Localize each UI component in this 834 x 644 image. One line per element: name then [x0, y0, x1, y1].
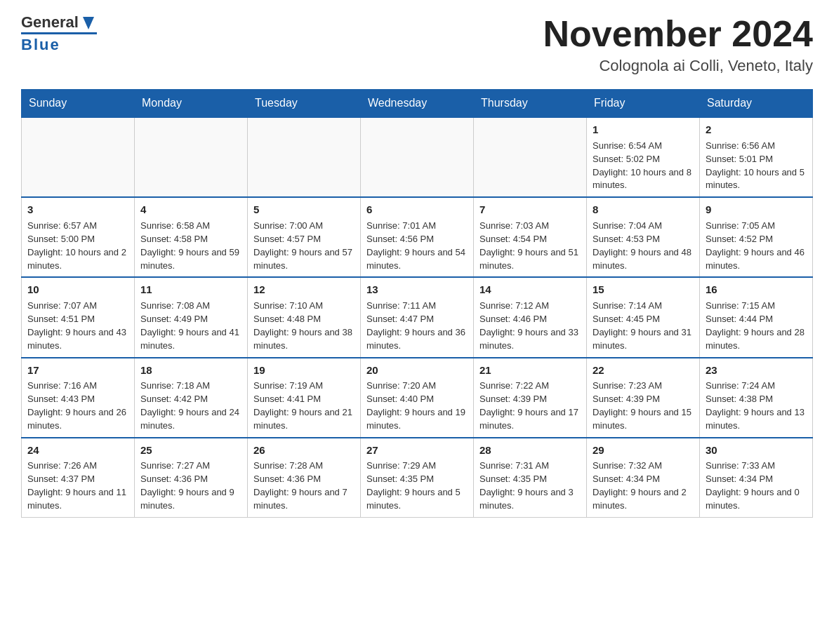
calendar-cell: 22Sunrise: 7:23 AMSunset: 4:39 PMDayligh… — [587, 358, 700, 438]
day-info: Sunset: 4:45 PM — [593, 313, 694, 326]
column-header-tuesday: Tuesday — [248, 90, 361, 118]
day-number: 1 — [593, 122, 694, 137]
day-info: Sunrise: 7:01 AM — [366, 220, 468, 233]
day-info: Sunset: 4:51 PM — [27, 313, 128, 326]
day-number: 9 — [706, 202, 807, 217]
column-header-friday: Friday — [587, 90, 700, 118]
day-number: 20 — [366, 363, 468, 378]
day-number: 16 — [706, 282, 807, 297]
day-info: Sunset: 4:48 PM — [253, 313, 355, 326]
page-header: General Blue November 2024 Colognola ai … — [21, 14, 813, 75]
day-info: Sunset: 4:39 PM — [593, 393, 694, 406]
day-info: Sunrise: 7:27 AM — [140, 459, 241, 473]
day-number: 17 — [27, 363, 128, 378]
day-info: Daylight: 9 hours and 21 minutes. — [253, 406, 355, 433]
day-info: Daylight: 9 hours and 15 minutes. — [593, 406, 694, 433]
column-header-monday: Monday — [135, 90, 248, 118]
day-info: Sunrise: 7:10 AM — [253, 300, 355, 313]
calendar-cell: 11Sunrise: 7:08 AMSunset: 4:49 PMDayligh… — [135, 277, 248, 357]
calendar-cell — [22, 117, 135, 197]
day-number: 18 — [140, 363, 241, 378]
calendar-cell: 28Sunrise: 7:31 AMSunset: 4:35 PMDayligh… — [474, 438, 587, 518]
day-info: Sunset: 4:42 PM — [140, 393, 241, 406]
day-info: Sunrise: 6:57 AM — [27, 220, 128, 233]
calendar-cell: 7Sunrise: 7:03 AMSunset: 4:54 PMDaylight… — [474, 197, 587, 277]
day-info: Sunrise: 7:14 AM — [593, 300, 694, 313]
day-info: Daylight: 9 hours and 17 minutes. — [479, 406, 581, 433]
calendar-cell: 25Sunrise: 7:27 AMSunset: 4:36 PMDayligh… — [135, 438, 248, 518]
logo: General Blue — [21, 14, 97, 54]
day-number: 24 — [27, 443, 128, 458]
day-info: Sunset: 4:44 PM — [706, 313, 807, 326]
day-info: Daylight: 9 hours and 41 minutes. — [140, 326, 241, 353]
calendar-cell: 5Sunrise: 7:00 AMSunset: 4:57 PMDaylight… — [248, 197, 361, 277]
day-info: Sunrise: 7:05 AM — [706, 220, 807, 233]
day-number: 14 — [479, 282, 581, 297]
day-info: Sunrise: 6:58 AM — [140, 220, 241, 233]
day-info: Sunset: 4:39 PM — [479, 393, 581, 406]
week-row-2: 3Sunrise: 6:57 AMSunset: 5:00 PMDaylight… — [22, 197, 813, 277]
day-number: 13 — [366, 282, 468, 297]
column-header-saturday: Saturday — [700, 90, 813, 118]
logo-general: General — [21, 14, 79, 31]
calendar-cell: 17Sunrise: 7:16 AMSunset: 4:43 PMDayligh… — [22, 358, 135, 438]
day-info: Daylight: 9 hours and 7 minutes. — [253, 486, 355, 513]
logo-triangle-icon — [80, 15, 97, 31]
day-number: 4 — [140, 202, 241, 217]
day-info: Daylight: 9 hours and 9 minutes. — [140, 486, 241, 513]
day-info: Sunrise: 7:03 AM — [479, 220, 581, 233]
day-info: Sunrise: 7:23 AM — [593, 380, 694, 393]
day-info: Daylight: 10 hours and 5 minutes. — [706, 166, 807, 193]
day-info: Daylight: 9 hours and 48 minutes. — [593, 246, 694, 273]
calendar-cell: 30Sunrise: 7:33 AMSunset: 4:34 PMDayligh… — [700, 438, 813, 518]
day-info: Daylight: 9 hours and 38 minutes. — [253, 326, 355, 353]
day-info: Sunrise: 6:56 AM — [706, 140, 807, 153]
day-info: Sunset: 4:34 PM — [593, 473, 694, 486]
day-info: Sunset: 4:41 PM — [253, 393, 355, 406]
week-row-3: 10Sunrise: 7:07 AMSunset: 4:51 PMDayligh… — [22, 277, 813, 357]
day-info: Daylight: 9 hours and 19 minutes. — [366, 406, 468, 433]
week-row-1: 1Sunrise: 6:54 AMSunset: 5:02 PMDaylight… — [22, 117, 813, 197]
day-number: 5 — [253, 202, 355, 217]
calendar-cell: 2Sunrise: 6:56 AMSunset: 5:01 PMDaylight… — [700, 117, 813, 197]
calendar-cell: 16Sunrise: 7:15 AMSunset: 4:44 PMDayligh… — [700, 277, 813, 357]
day-info: Sunrise: 7:29 AM — [366, 459, 468, 473]
week-row-5: 24Sunrise: 7:26 AMSunset: 4:37 PMDayligh… — [22, 438, 813, 518]
day-info: Sunset: 4:36 PM — [140, 473, 241, 486]
day-info: Daylight: 9 hours and 33 minutes. — [479, 326, 581, 353]
calendar-cell: 9Sunrise: 7:05 AMSunset: 4:52 PMDaylight… — [700, 197, 813, 277]
day-info: Sunset: 4:36 PM — [253, 473, 355, 486]
day-info: Daylight: 9 hours and 54 minutes. — [366, 246, 468, 273]
calendar-cell: 14Sunrise: 7:12 AMSunset: 4:46 PMDayligh… — [474, 277, 587, 357]
day-number: 10 — [27, 282, 128, 297]
day-info: Sunset: 4:54 PM — [479, 233, 581, 246]
day-info: Sunset: 5:00 PM — [27, 233, 128, 246]
day-info: Daylight: 9 hours and 46 minutes. — [706, 246, 807, 273]
day-info: Sunrise: 7:22 AM — [479, 380, 581, 393]
calendar-cell: 19Sunrise: 7:19 AMSunset: 4:41 PMDayligh… — [248, 358, 361, 438]
day-number: 6 — [366, 202, 468, 217]
day-info: Sunrise: 7:24 AM — [706, 380, 807, 393]
day-info: Sunrise: 7:31 AM — [479, 459, 581, 473]
calendar-cell: 21Sunrise: 7:22 AMSunset: 4:39 PMDayligh… — [474, 358, 587, 438]
calendar-cell: 15Sunrise: 7:14 AMSunset: 4:45 PMDayligh… — [587, 277, 700, 357]
calendar-cell: 3Sunrise: 6:57 AMSunset: 5:00 PMDaylight… — [22, 197, 135, 277]
calendar-cell — [135, 117, 248, 197]
calendar-table: SundayMondayTuesdayWednesdayThursdayFrid… — [21, 89, 813, 518]
day-number: 25 — [140, 443, 241, 458]
month-title: November 2024 — [543, 14, 813, 54]
day-number: 28 — [479, 443, 581, 458]
day-info: Sunrise: 7:12 AM — [479, 300, 581, 313]
day-info: Sunset: 4:35 PM — [366, 473, 468, 486]
day-number: 23 — [706, 363, 807, 378]
day-info: Daylight: 9 hours and 31 minutes. — [593, 326, 694, 353]
day-info: Daylight: 9 hours and 57 minutes. — [253, 246, 355, 273]
day-number: 12 — [253, 282, 355, 297]
day-number: 7 — [479, 202, 581, 217]
calendar-cell: 29Sunrise: 7:32 AMSunset: 4:34 PMDayligh… — [587, 438, 700, 518]
day-info: Sunrise: 7:26 AM — [27, 459, 128, 473]
day-info: Sunset: 4:38 PM — [706, 393, 807, 406]
day-info: Sunrise: 7:16 AM — [27, 380, 128, 393]
day-info: Sunrise: 7:11 AM — [366, 300, 468, 313]
calendar-cell: 27Sunrise: 7:29 AMSunset: 4:35 PMDayligh… — [361, 438, 474, 518]
